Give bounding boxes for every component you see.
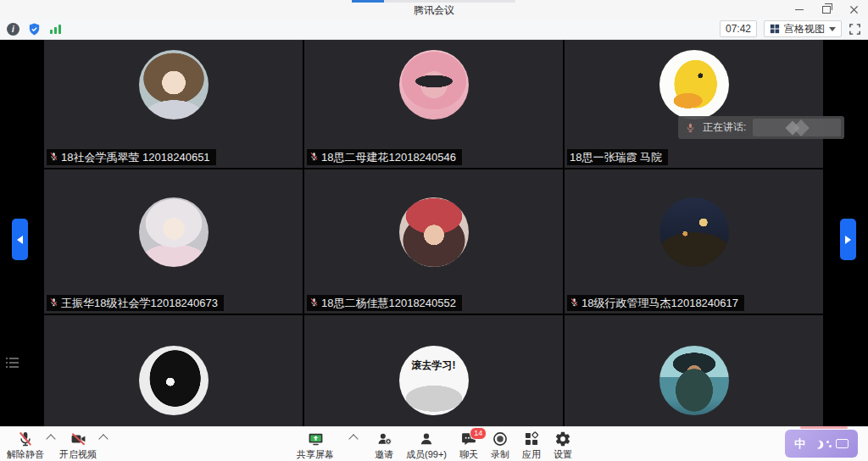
tab-active-indicator bbox=[352, 0, 384, 3]
fullscreen-button[interactable] bbox=[849, 23, 861, 36]
avatar-text: 滚去学习! bbox=[399, 358, 469, 373]
avatar-bw-anime-art bbox=[139, 346, 209, 415]
avatar-yellow-cartoon-drawing bbox=[659, 50, 729, 119]
toolbar-share-screen-button[interactable]: 共享屏幕 bbox=[297, 427, 334, 461]
participant-tile[interactable]: 18级行政管理马杰12018240617 bbox=[565, 169, 823, 314]
mic-muted-icon bbox=[49, 297, 58, 309]
minimize-button[interactable] bbox=[792, 2, 807, 17]
participant-name: 18思一张瑞霞 马院 bbox=[570, 150, 662, 165]
grid-view-icon bbox=[770, 24, 780, 34]
chevron-up-icon[interactable] bbox=[98, 434, 108, 443]
window-title: 腾讯会议 bbox=[0, 3, 868, 18]
mic-muted-icon bbox=[49, 151, 58, 164]
title-bar: 腾讯会议 bbox=[0, 0, 868, 19]
meeting-info-icon[interactable]: i bbox=[7, 23, 19, 36]
participant-tile[interactable]: 18思二母建花12018240546 bbox=[304, 39, 563, 168]
next-page-button[interactable] bbox=[840, 219, 856, 260]
toolbar-members-button[interactable]: 成员(99+) bbox=[406, 427, 447, 461]
ime-punctuation-icon[interactable] bbox=[826, 441, 829, 443]
meeting-timer: 07:42 bbox=[720, 20, 757, 37]
participant-name-tag: 18思一张瑞霞 马院 bbox=[567, 149, 668, 165]
mic-muted-icon bbox=[570, 297, 579, 309]
prev-page-button[interactable] bbox=[12, 219, 28, 260]
participant-name-tag: 18思二母建花12018240546 bbox=[307, 149, 462, 165]
bottom-toolbar: 解除静音 开启视频 共享屏幕 邀请 成员(99+) 聊天 14 录制 应用 bbox=[0, 426, 868, 461]
ime-language-toggle[interactable]: 中 bbox=[794, 436, 805, 452]
speaking-mic-icon bbox=[685, 122, 696, 133]
restore-icon bbox=[822, 6, 831, 14]
participant-name: 18思二母建花12018240546 bbox=[321, 150, 456, 165]
ime-accent-line bbox=[800, 426, 848, 429]
participant-name: 18社会学禹翠莹 12018240651 bbox=[61, 150, 210, 165]
participant-name-tag: 18社会学禹翠莹 12018240651 bbox=[47, 149, 216, 165]
ime-keyboard-icon[interactable] bbox=[836, 439, 849, 448]
avatar-anime-girl-glasses bbox=[139, 50, 209, 119]
avatar-study-meme: 滚去学习! bbox=[399, 346, 469, 415]
participant-name: 王振华18级社会学12018240673 bbox=[61, 296, 218, 311]
view-mode-selector[interactable]: 宫格视图 bbox=[764, 20, 842, 37]
avatar-seaside-portrait-photo bbox=[659, 346, 729, 415]
toolbar-apps-button[interactable]: 应用 bbox=[522, 427, 541, 461]
network-signal-icon[interactable] bbox=[49, 23, 63, 35]
tab-strip bbox=[352, 0, 515, 3]
mic-muted-icon bbox=[309, 151, 319, 164]
speaker-name-blur bbox=[753, 119, 841, 136]
participant-name: 18思二杨佳慧12018240552 bbox=[321, 296, 456, 311]
participant-name-tag: 王振华18级社会学12018240673 bbox=[47, 295, 224, 311]
close-icon bbox=[849, 5, 859, 14]
participant-name-tag: 18思二杨佳慧12018240552 bbox=[307, 295, 462, 311]
view-mode-label: 宫格视图 bbox=[784, 22, 825, 36]
chevron-up-icon[interactable] bbox=[348, 434, 358, 443]
participant-grid: 18社会学禹翠莹 12018240651 18思二母建花12018240546 … bbox=[44, 39, 823, 459]
participant-tile[interactable]: 18思一张瑞霞 马院 bbox=[565, 39, 823, 168]
participant-tile[interactable]: 王振华18级社会学12018240673 bbox=[44, 169, 303, 314]
close-button[interactable] bbox=[846, 2, 861, 17]
participant-name-tag: 18级行政管理马杰12018240617 bbox=[567, 295, 744, 311]
page-list-icon[interactable] bbox=[5, 356, 20, 369]
toolbar-settings-button[interactable]: 设置 bbox=[554, 427, 572, 461]
ime-widget[interactable]: 中 bbox=[785, 430, 858, 458]
toolbar-mic-muted-button[interactable]: 解除静音 bbox=[7, 427, 44, 461]
meeting-status-bar: i 07:42 宫格视图 bbox=[0, 19, 868, 40]
avatar-pale-anime-hoodie bbox=[139, 197, 209, 267]
ime-moon-icon[interactable] bbox=[811, 438, 821, 448]
video-stage: 18社会学禹翠莹 12018240651 18思二母建花12018240546 … bbox=[0, 39, 868, 461]
toolbar-invite-button[interactable]: 邀请 bbox=[375, 427, 393, 461]
speaking-toast: 正在讲话: bbox=[678, 116, 844, 139]
arrow-right-icon bbox=[845, 236, 855, 244]
participant-name: 18级行政管理马杰12018240617 bbox=[581, 296, 738, 311]
security-shield-icon[interactable] bbox=[27, 22, 42, 36]
chevron-down-icon bbox=[829, 27, 836, 35]
arrow-left-icon bbox=[13, 236, 23, 244]
speaking-label: 正在讲话: bbox=[703, 120, 746, 135]
toolbar-record-button[interactable]: 录制 bbox=[491, 427, 509, 461]
unread-badge: 14 bbox=[470, 427, 487, 440]
chevron-up-icon[interactable] bbox=[46, 434, 55, 443]
avatar-flower-hat-girl-photo bbox=[399, 197, 469, 267]
participant-tile[interactable]: 18思二杨佳慧12018240552 bbox=[304, 169, 563, 314]
restore-button[interactable] bbox=[819, 2, 834, 17]
avatar-night-street-photo bbox=[659, 197, 729, 267]
toolbar-camera-off-button[interactable]: 开启视频 bbox=[59, 427, 97, 461]
toolbar-chat-button[interactable]: 聊天 14 bbox=[459, 427, 478, 461]
minimize-icon bbox=[795, 9, 804, 10]
mic-muted-icon bbox=[309, 297, 319, 309]
participant-tile[interactable]: 18社会学禹翠莹 12018240651 bbox=[44, 39, 303, 168]
avatar-pink-headscarf-sunglasses bbox=[399, 50, 469, 119]
